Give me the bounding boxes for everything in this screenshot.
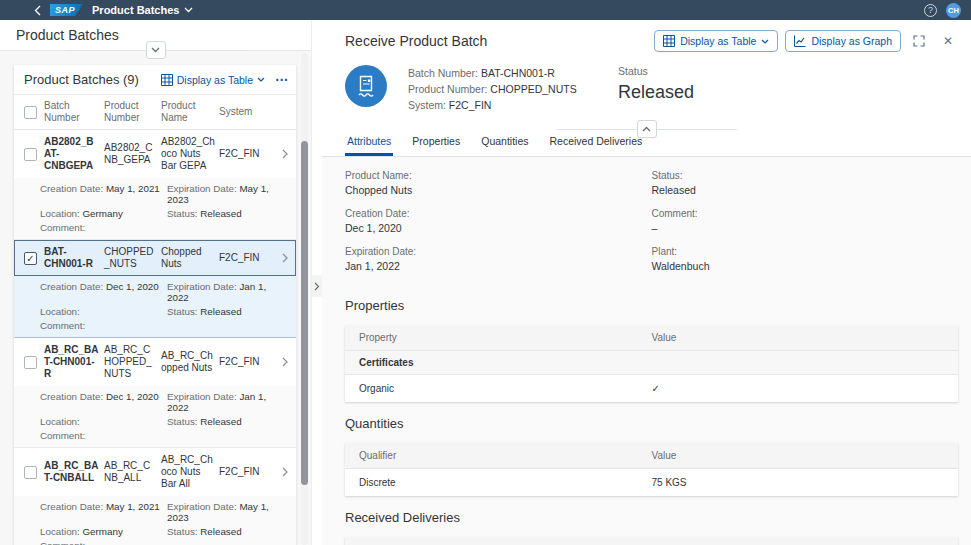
chevron-right-icon[interactable] [267, 467, 292, 477]
batch-row-main[interactable]: AB_RC_BAT-CNBALL AB_RC_CNB_ALL AB_RC_Cho… [14, 448, 296, 496]
field-label: Location: [40, 526, 80, 537]
field-label: Expiration Date: [167, 281, 237, 292]
field-value: Waldenbuch [652, 260, 959, 272]
display-as-table-label: Display as Table [680, 35, 756, 47]
quantities-section-title: Quantities [345, 416, 958, 431]
table-row[interactable]: Organic ✓ [345, 375, 958, 402]
table-icon [161, 74, 173, 86]
table-row: AB2802_BAT-CNBGEPA AB2802_CNB_GEPA AB280… [14, 130, 296, 240]
row-checkbox[interactable] [24, 466, 37, 479]
display-as-table-button[interactable]: Display as Table [654, 30, 778, 52]
batch-row-details: Creation Date: Dec 1, 2020 Expiration Da… [14, 276, 296, 337]
received-deliveries-section-title: Received Deliveries [345, 510, 958, 525]
batch-row-main[interactable]: AB_RC_BAT-CHN001-R AB_RC_CHOPPED_NUTS AB… [14, 338, 296, 386]
row-checkbox[interactable] [24, 252, 37, 265]
field-label: Comment: [652, 208, 959, 219]
list-toolbar: Product Batches (9) Display as Table ⋯ [14, 65, 296, 95]
tab-attributes[interactable]: Attributes [345, 129, 393, 156]
batch-row-main[interactable]: AB2802_BAT-CNBGEPA AB2802_CNB_GEPA AB280… [14, 130, 296, 178]
batch-row-details: Creation Date: May 1, 2021 Expiration Da… [14, 178, 296, 239]
field-value: Germany [83, 208, 123, 219]
scrollbar[interactable] [301, 53, 308, 545]
system-cell: F2C_FIN [219, 466, 267, 478]
splitter-expand-button[interactable] [312, 275, 322, 297]
overflow-menu-button[interactable]: ⋯ [275, 72, 288, 87]
table-row: AB_RC_BAT-CHN001-R AB_RC_CHOPPED_NUTS AB… [14, 338, 296, 448]
master-panel: Product Batches Product Batches (9) Disp… [0, 20, 311, 545]
chevron-down-icon [761, 39, 769, 44]
field-label: Location: [40, 208, 80, 219]
back-icon[interactable] [34, 5, 41, 16]
row-checkbox[interactable] [24, 148, 37, 161]
field-label: Comment: [40, 540, 85, 545]
collapse-header-button[interactable] [146, 41, 166, 59]
product-number-cell: AB_RC_CHOPPED_NUTS [104, 344, 161, 380]
field-label: Creation Date: [345, 208, 652, 219]
chevron-down-icon [257, 77, 265, 82]
enter-fullscreen-icon[interactable] [908, 30, 930, 52]
field-value: Released [200, 526, 241, 537]
collapse-header-button[interactable] [637, 120, 657, 138]
field-label: Expiration Date: [167, 391, 237, 402]
table-header-row: Qualifier Value [345, 443, 958, 469]
property-cell: Organic [359, 383, 652, 394]
properties-section-title: Properties [345, 298, 958, 313]
master-title-bar: Product Batches [0, 20, 311, 51]
display-as-graph-label: Display as Graph [811, 35, 892, 47]
batch-row-details: Creation Date: May 1, 2021 Expiration Da… [14, 496, 296, 545]
field-label: Expiration Date: [167, 501, 237, 512]
chevron-right-icon [314, 282, 320, 291]
close-icon[interactable]: ✕ [937, 30, 959, 52]
product-name-cell: AB_RC_Choco Nuts Bar All [161, 454, 219, 490]
field-value: May 1, 2021 [106, 183, 160, 194]
product-number-cell: AB2802_CNB_GEPA [104, 142, 161, 166]
column-header: Product Number [104, 100, 161, 124]
batch-number-cell: BAT-CHN001-R [44, 246, 104, 270]
chevron-right-icon[interactable] [267, 357, 292, 367]
field-value: Released [200, 306, 241, 317]
object-status: Status Released [618, 65, 694, 103]
avatar[interactable]: CH [946, 3, 961, 18]
field-label: Creation Date: [40, 501, 103, 512]
field-label: Expiration Date: [345, 246, 652, 257]
display-as-graph-button[interactable]: Display as Graph [785, 30, 901, 52]
chevron-right-icon[interactable] [267, 149, 292, 159]
chevron-right-icon[interactable] [267, 253, 292, 263]
field-value: Released [200, 416, 241, 427]
system-cell: F2C_FIN [219, 356, 267, 368]
field-value: F2C_FIN [449, 99, 492, 111]
table-row[interactable]: Discrete 75 KGS [345, 469, 958, 496]
field-label: Product Name: [345, 170, 652, 181]
display-as-table-button[interactable]: Display as Table [161, 74, 265, 86]
batch-row-main[interactable]: BAT-CHN001-R CHOPPED_NUTS Chopped Nuts F… [14, 240, 296, 276]
system-cell: F2C_FIN [219, 252, 267, 264]
field-label: Comment: [40, 222, 85, 233]
field-value: – [652, 222, 959, 234]
field-label: Location: [40, 416, 80, 427]
select-all-checkbox[interactable] [24, 106, 37, 119]
panel-splitter[interactable] [311, 20, 322, 545]
attributes-column-left: Product Name:Chopped Nuts Creation Date:… [345, 170, 652, 284]
sap-logo: SAP [50, 4, 83, 16]
checkmark-icon: ✓ [652, 383, 945, 394]
batch-number-cell: AB2802_BAT-CNBGEPA [44, 136, 104, 172]
system-cell: F2C_FIN [219, 148, 267, 160]
quantities-table: Qualifier Value Discrete 75 KGS [345, 443, 958, 496]
field-label: Status: [167, 526, 198, 537]
value-cell: 75 KGS [652, 477, 945, 488]
shell-app-title[interactable]: Product Batches [92, 4, 193, 16]
column-header: Product Name [161, 100, 219, 124]
tab-quantities[interactable]: Quantities [479, 129, 530, 156]
scrollbar-thumb[interactable] [301, 141, 308, 485]
field-value: Jan 1, 2022 [345, 260, 652, 272]
column-header: Value [652, 450, 945, 461]
field-label: Location: [40, 306, 80, 317]
field-label: Status: [652, 170, 959, 181]
help-icon[interactable]: ? [924, 4, 937, 17]
row-checkbox[interactable] [24, 356, 37, 369]
master-body: Product Batches (9) Display as Table ⋯ B… [0, 51, 311, 545]
tab-received-deliveries[interactable]: Received Deliveries [548, 129, 645, 156]
product-name-cell: AB2802_Choco Nuts Bar GEPA [161, 136, 219, 172]
tab-properties[interactable]: Properties [410, 129, 462, 156]
field-value: Dec 1, 2020 [345, 222, 652, 234]
